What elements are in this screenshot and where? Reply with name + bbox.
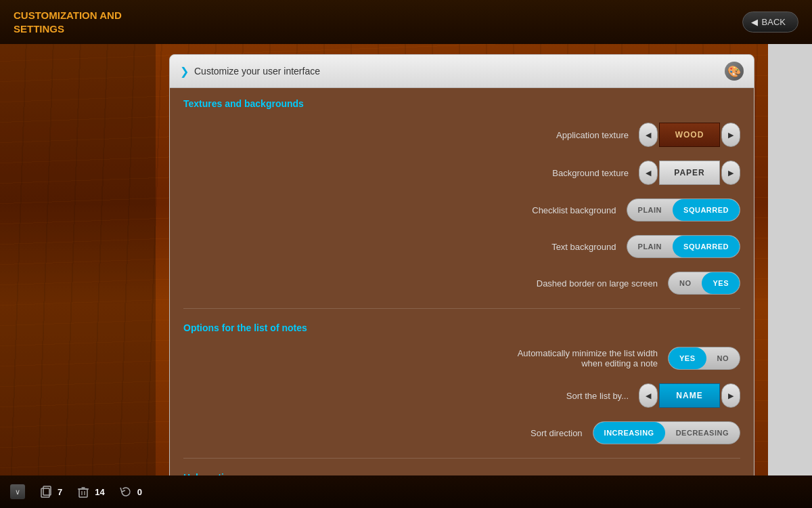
sort-decreasing-btn[interactable]: DECREASING <box>665 422 740 444</box>
app-background: CUSTOMIZATION AND SETTINGS ◀ BACK ❯ Cust… <box>0 0 812 508</box>
checklist-plain-btn[interactable]: PLAIN <box>627 199 673 221</box>
trash-icon <box>76 484 91 499</box>
background-texture-selector: ◀ PAPER ▶ <box>639 161 740 185</box>
sort-list-row: Sort the list by... ◀ NAME ▶ <box>183 383 740 408</box>
chevron-icon: ❯ <box>180 65 189 78</box>
text-plain-btn[interactable]: PLAIN <box>627 236 673 257</box>
sort-list-prev[interactable]: ◀ <box>639 383 658 408</box>
sort-direction-row: Sort direction INCREASING DECREASING <box>183 421 740 444</box>
back-arrow-icon: ◀ <box>751 17 758 27</box>
bottom-refresh-btn[interactable]: 0 <box>118 484 142 499</box>
content-area: ❯ Customize your user interface 🎨 Textur… <box>156 44 768 475</box>
svg-rect-2 <box>79 489 87 497</box>
copy-count: 7 <box>58 487 62 497</box>
chevron-down-icon: ∨ <box>10 484 25 499</box>
sort-list-selector: ◀ NAME ▶ <box>639 383 740 408</box>
background-texture-value: PAPER <box>659 161 720 185</box>
application-texture-prev[interactable]: ◀ <box>639 123 658 147</box>
copy-icon <box>39 484 53 499</box>
application-texture-next[interactable]: ▶ <box>721 123 740 147</box>
checklist-background-row: Checklist background PLAIN SQUARRED <box>183 198 740 221</box>
application-texture-label: Application texture <box>493 130 629 140</box>
background-texture-label: Background texture <box>493 168 629 178</box>
sort-list-value: NAME <box>659 383 720 408</box>
text-background-label: Text background <box>481 242 616 252</box>
text-background-row: Text background PLAIN SQUARRED <box>183 235 740 258</box>
bottom-copy-btn[interactable]: 7 <box>39 484 62 499</box>
app-title: CUSTOMIZATION AND SETTINGS <box>14 9 122 35</box>
sort-list-next[interactable]: ▶ <box>721 383 740 408</box>
bottom-chevron-btn[interactable]: ∨ <box>10 484 25 499</box>
text-squarred-btn[interactable]: SQUARRED <box>673 236 740 257</box>
trash-count: 14 <box>95 487 104 497</box>
dashed-border-row: Dashed border on large screen NO YES <box>183 272 740 295</box>
section-divider-1 <box>183 308 740 309</box>
checklist-background-label: Checklist background <box>481 205 616 215</box>
background-texture-prev[interactable]: ◀ <box>639 161 658 185</box>
application-texture-selector: ◀ WOOD ▶ <box>639 123 740 147</box>
checklist-squarred-btn[interactable]: SQUARRED <box>673 199 740 221</box>
text-background-toggle: PLAIN SQUARRED <box>627 235 740 258</box>
auto-minimize-label: Automatically minimize the list width wh… <box>509 348 658 368</box>
bottom-bar: ∨ 7 14 <box>0 475 812 508</box>
sort-direction-toggle: INCREASING DECREASING <box>593 421 740 444</box>
panel-header: ❯ Customize your user interface 🎨 <box>170 55 754 88</box>
section-divider-2 <box>183 458 740 459</box>
svg-rect-0 <box>41 488 49 497</box>
dashed-border-yes-btn[interactable]: YES <box>702 272 740 294</box>
refresh-icon <box>118 484 133 499</box>
auto-minimize-toggle: YES NO <box>668 347 740 370</box>
dashed-border-no-btn[interactable]: NO <box>669 272 702 294</box>
left-sidebar <box>0 44 156 475</box>
sort-increasing-btn[interactable]: INCREASING <box>593 422 665 444</box>
background-texture-next[interactable]: ▶ <box>721 161 740 185</box>
settings-panel: ❯ Customize your user interface 🎨 Textur… <box>169 54 754 475</box>
right-sidebar <box>768 44 812 475</box>
dashed-border-label: Dashed border on large screen <box>522 278 658 289</box>
auto-minimize-yes-btn[interactable]: YES <box>669 347 706 369</box>
panel-title: Customize your user interface <box>194 66 320 77</box>
sort-list-label: Sort the list by... <box>493 391 629 401</box>
sort-direction-label: Sort direction <box>447 428 583 438</box>
bottom-trash-btn[interactable]: 14 <box>76 484 104 499</box>
auto-minimize-row: Automatically minimize the list width wh… <box>183 347 740 370</box>
refresh-count: 0 <box>137 487 142 497</box>
dashed-border-toggle: NO YES <box>668 272 740 295</box>
panel-body: Textures and backgrounds Application tex… <box>170 88 754 475</box>
header: CUSTOMIZATION AND SETTINGS ◀ BACK <box>0 0 812 44</box>
notes-section-title: Options for the list of notes <box>183 322 740 333</box>
checklist-background-toggle: PLAIN SQUARRED <box>627 198 740 221</box>
auto-minimize-no-btn[interactable]: NO <box>706 347 740 369</box>
application-texture-value: WOOD <box>659 123 720 147</box>
main-area: ❯ Customize your user interface 🎨 Textur… <box>0 44 812 475</box>
background-texture-row: Background texture ◀ PAPER ▶ <box>183 161 740 185</box>
textures-section-title: Textures and backgrounds <box>183 98 740 109</box>
palette-icon[interactable]: 🎨 <box>725 62 744 81</box>
application-texture-row: Application texture ◀ WOOD ▶ <box>183 123 740 147</box>
back-button[interactable]: ◀ BACK <box>742 12 798 33</box>
